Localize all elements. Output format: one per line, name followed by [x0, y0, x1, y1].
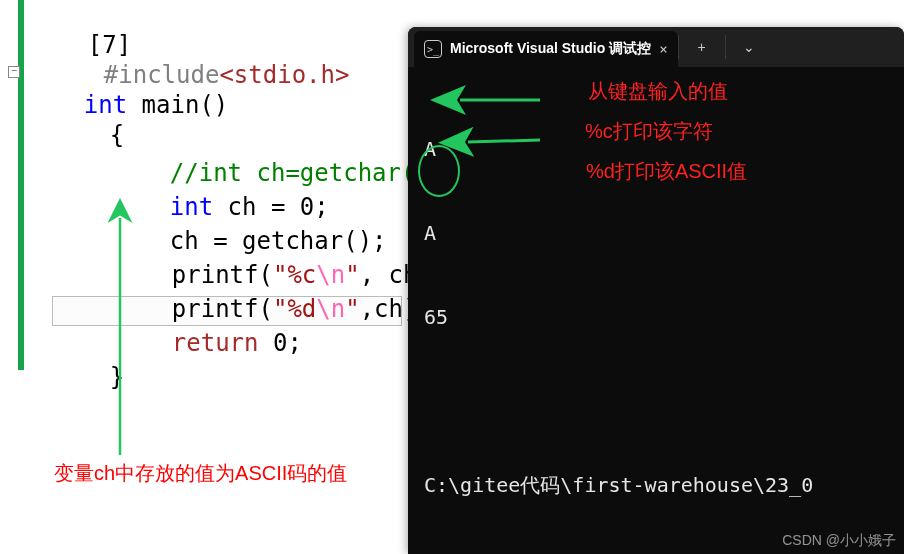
terminal-window: >_ Microsoft Visual Studio 调试控 × + ⌄ A A…	[408, 27, 904, 554]
terminal-output-2: A	[424, 219, 888, 247]
annotation-variable-note: 变量ch中存放的值为ASCII码的值	[54, 460, 347, 487]
fold-toggle-icon[interactable]: −	[8, 66, 20, 78]
highlight-circle	[418, 145, 460, 197]
terminal-blank	[424, 387, 888, 415]
terminal-titlebar: >_ Microsoft Visual Studio 调试控 × + ⌄	[408, 27, 904, 67]
new-tab-button[interactable]: +	[679, 27, 725, 67]
annotation-percent-c: %c打印该字符	[585, 118, 713, 145]
annotation-percent-d: %d打印该ASCII值	[586, 158, 747, 185]
annotation-input-value: 从键盘输入的值	[588, 78, 728, 105]
code-line-return: return 0;	[114, 298, 302, 388]
code-line-brace-close: }	[52, 332, 124, 422]
terminal-tab[interactable]: >_ Microsoft Visual Studio 调试控 ×	[414, 31, 678, 67]
terminal-tab-title: Microsoft Visual Studio 调试控	[450, 40, 651, 58]
terminal-path: C:\gitee代码\first-warehouse\23_0	[424, 471, 888, 499]
tab-dropdown-icon[interactable]: ⌄	[726, 27, 772, 67]
terminal-output-3: 65	[424, 303, 888, 331]
watermark: CSDN @小小娥子	[782, 532, 896, 550]
tab-close-icon[interactable]: ×	[659, 41, 667, 57]
terminal-icon: >_	[424, 40, 442, 58]
change-indicator-bar	[18, 0, 24, 370]
